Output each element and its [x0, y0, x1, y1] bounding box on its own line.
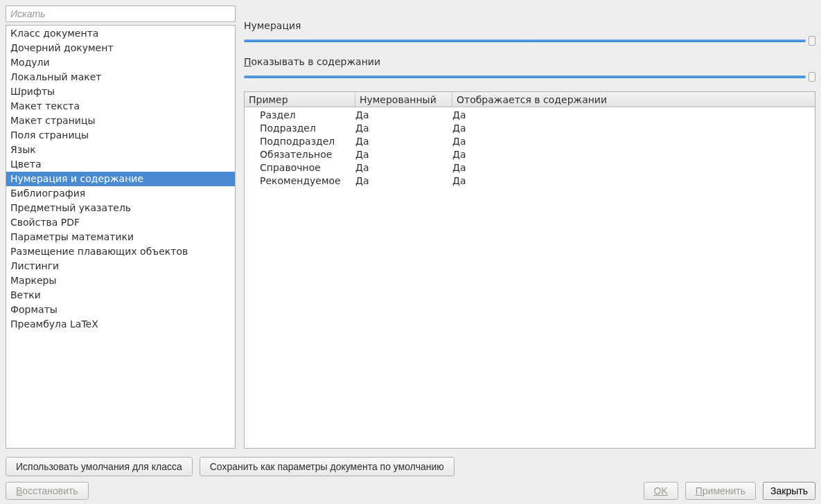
numbering-slider-track: [244, 39, 806, 42]
cell-intoc: Да: [452, 148, 815, 161]
close-button[interactable]: Закрыть: [763, 482, 815, 500]
sidebar-item[interactable]: Параметры математики: [6, 230, 235, 244]
sidebar-item[interactable]: Модули: [6, 55, 235, 70]
sidebar-item[interactable]: Листинги: [6, 259, 235, 273]
sidebar-item[interactable]: Класс документа: [6, 26, 235, 41]
cell-example: Обязательное: [260, 148, 355, 161]
cell-numbered: Да: [355, 148, 452, 161]
cell-intoc: Да: [452, 109, 815, 122]
table-row[interactable]: ПодподразделДаДа: [260, 135, 815, 148]
cell-intoc: Да: [452, 161, 815, 174]
sidebar-item[interactable]: Макет текста: [6, 99, 235, 114]
table-row[interactable]: ПодразделДаДа: [260, 122, 815, 135]
table-row[interactable]: РазделДаДа: [260, 109, 815, 122]
sidebar-item[interactable]: Поля страницы: [6, 128, 235, 143]
sidebar-item[interactable]: Цвета: [6, 157, 235, 172]
show-in-toc-label: Показывать в содержании: [244, 55, 815, 68]
cell-example: Подподраздел: [260, 135, 355, 148]
sidebar-item[interactable]: Библиография: [6, 186, 235, 201]
cell-intoc: Да: [452, 122, 815, 135]
search-input[interactable]: [6, 6, 236, 22]
col-header-example[interactable]: Пример: [245, 92, 355, 107]
numbering-slider-handle[interactable]: [809, 36, 815, 46]
table-row[interactable]: РекомендуемоеДаДа: [260, 174, 815, 188]
sidebar-item[interactable]: Маркеры: [6, 273, 235, 288]
cell-example: Рекомендуемое: [260, 174, 355, 188]
sidebar-item[interactable]: Форматы: [6, 303, 235, 317]
cell-numbered: Да: [355, 109, 452, 122]
sidebar-item[interactable]: Шрифты: [6, 84, 235, 99]
numbering-slider[interactable]: [244, 36, 815, 46]
sidebar-item[interactable]: Предметный указатель: [6, 201, 235, 215]
cell-numbered: Да: [355, 174, 452, 188]
use-class-defaults-button[interactable]: Использовать умолчания для класса: [6, 457, 193, 476]
cell-example: Подраздел: [260, 122, 355, 135]
sidebar-item[interactable]: Язык: [6, 143, 235, 157]
sidebar-item[interactable]: Размещение плавающих объектов: [6, 244, 235, 259]
col-header-intoc[interactable]: Отображается в содержании: [452, 92, 815, 107]
cell-numbered: Да: [355, 135, 452, 148]
toc-table-body: РазделДаДаПодразделДаДаПодподразделДаДаО…: [245, 107, 815, 189]
show-in-toc-slider-handle[interactable]: [809, 72, 815, 82]
cell-intoc: Да: [452, 174, 815, 188]
sidebar-item[interactable]: Преамбула LaTeX: [6, 317, 235, 332]
show-in-toc-slider-track: [244, 75, 806, 78]
ok-button: OK: [644, 482, 678, 500]
table-row[interactable]: СправочноеДаДа: [260, 161, 815, 174]
sidebar-item[interactable]: Свойства PDF: [6, 215, 235, 230]
toc-table[interactable]: Пример Нумерованный Отображается в содер…: [244, 91, 815, 449]
sidebar-item[interactable]: Нумерация и содержание: [6, 172, 235, 186]
cell-numbered: Да: [355, 161, 452, 174]
save-as-defaults-button[interactable]: Сохранить как параметры документа по умо…: [200, 457, 454, 476]
table-row[interactable]: ОбязательноеДаДа: [260, 148, 815, 161]
sidebar-item[interactable]: Макет страницы: [6, 114, 235, 128]
category-list[interactable]: Класс документаДочерний документМодулиЛо…: [6, 25, 236, 449]
cell-intoc: Да: [452, 135, 815, 148]
sidebar-item[interactable]: Локальный макет: [6, 70, 235, 84]
sidebar-item[interactable]: Ветки: [6, 288, 235, 303]
cell-example: Раздел: [260, 109, 355, 122]
cell-example: Справочное: [260, 161, 355, 174]
apply-button: Применить: [685, 482, 756, 500]
toc-table-header: Пример Нумерованный Отображается в содер…: [245, 92, 815, 107]
sidebar-item[interactable]: Дочерний документ: [6, 41, 235, 55]
col-header-numbered[interactable]: Нумерованный: [355, 92, 452, 107]
show-in-toc-slider[interactable]: [244, 72, 815, 82]
numbering-label: Нумерация: [244, 19, 815, 32]
cell-numbered: Да: [355, 122, 452, 135]
restore-button: Восстановить: [6, 482, 89, 500]
